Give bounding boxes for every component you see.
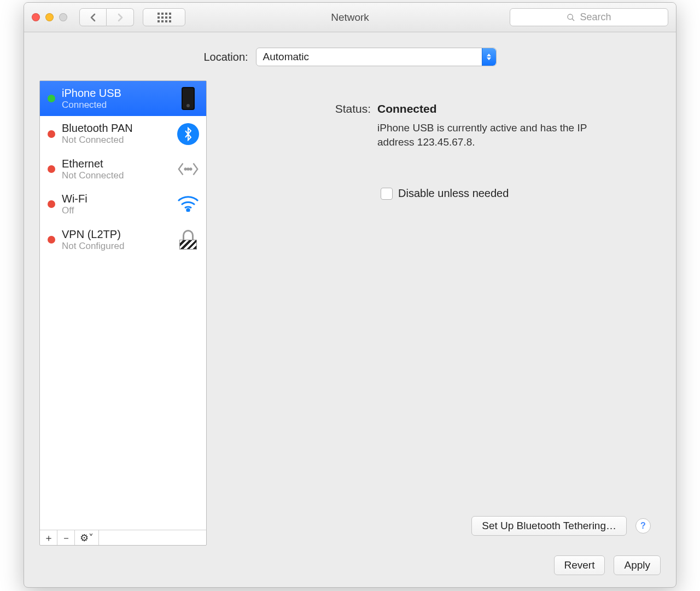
- gear-icon: ⚙︎˅: [80, 532, 94, 544]
- grid-icon: [158, 13, 171, 22]
- chevron-right-icon: [117, 13, 124, 22]
- svg-line-1: [572, 19, 574, 21]
- service-name: Wi-Fi: [62, 192, 170, 205]
- revert-button[interactable]: Revert: [554, 555, 605, 575]
- select-stepper-icon: [482, 48, 496, 66]
- nav-buttons: [79, 8, 134, 26]
- status-dot: [48, 236, 55, 244]
- add-service-button[interactable]: ＋: [40, 530, 57, 545]
- show-all-button[interactable]: [143, 8, 185, 26]
- status-dot: [48, 95, 55, 102]
- status-dot: [48, 165, 55, 173]
- help-button[interactable]: ?: [635, 518, 651, 534]
- prefs-body: Location: Automatic iPhone USBConnectedB…: [24, 32, 676, 587]
- service-name: Ethernet: [62, 157, 170, 170]
- columns: iPhone USBConnectedBluetooth PANNot Conn…: [24, 80, 676, 546]
- search-placeholder: Search: [580, 11, 611, 23]
- search-icon: [567, 13, 575, 22]
- service-item-iphone-usb[interactable]: iPhone USBConnected: [40, 81, 206, 116]
- footer: Revert Apply: [24, 546, 676, 575]
- svg-point-5: [187, 209, 189, 211]
- service-item-ethernet[interactable]: EthernetNot Connected: [40, 152, 206, 187]
- status-label: Status:: [228, 102, 371, 115]
- svg-point-4: [190, 168, 191, 170]
- service-status: Not Configured: [62, 241, 170, 252]
- disable-unless-needed-checkbox[interactable]: [381, 188, 393, 200]
- status-dot: [48, 200, 55, 208]
- location-row: Location: Automatic: [24, 48, 676, 66]
- zoom-window-button[interactable]: [59, 13, 67, 21]
- advanced-row: Set Up Bluetooth Tethering… ?: [471, 516, 651, 540]
- bluetooth-icon: [177, 123, 199, 145]
- titlebar: Network Search: [24, 3, 676, 32]
- back-button[interactable]: [79, 8, 107, 26]
- svg-point-0: [568, 14, 573, 19]
- location-select[interactable]: Automatic: [256, 48, 497, 66]
- search-field[interactable]: Search: [510, 8, 668, 26]
- iphone-icon: [182, 87, 195, 110]
- service-status: Not Connected: [62, 170, 170, 181]
- location-value: Automatic: [263, 51, 309, 63]
- network-prefs-window: Network Search Location: Automatic iPhon…: [24, 2, 676, 588]
- remove-service-button[interactable]: －: [57, 530, 75, 545]
- service-status: Off: [62, 205, 170, 216]
- service-item-bluetooth-pan[interactable]: Bluetooth PANNot Connected: [40, 116, 206, 151]
- disable-unless-needed-row: Disable unless needed: [381, 187, 651, 200]
- detail-pane: Status: Connected iPhone USB is currentl…: [218, 80, 661, 546]
- service-name: Bluetooth PAN: [62, 121, 170, 135]
- service-item-wi-fi[interactable]: Wi-FiOff: [40, 187, 206, 222]
- service-item-vpn-l2tp-[interactable]: VPN (L2TP)Not Configured: [40, 222, 206, 257]
- service-status: Connected: [62, 100, 170, 111]
- service-actions-button[interactable]: ⚙︎˅: [75, 530, 99, 545]
- setup-bluetooth-tethering-button[interactable]: Set Up Bluetooth Tethering…: [471, 516, 627, 536]
- svg-point-3: [187, 168, 189, 170]
- status-dot: [48, 130, 55, 138]
- apply-button[interactable]: Apply: [614, 555, 661, 575]
- forward-button[interactable]: [107, 8, 134, 26]
- status-row: Status: Connected: [228, 102, 651, 115]
- service-name: iPhone USB: [62, 86, 170, 100]
- service-status: Not Connected: [62, 135, 170, 146]
- minimize-window-button[interactable]: [45, 13, 54, 21]
- chevron-left-icon: [90, 13, 96, 22]
- window-controls: [32, 13, 67, 21]
- service-name: VPN (L2TP): [62, 228, 170, 241]
- service-sidebar: iPhone USBConnectedBluetooth PANNot Conn…: [39, 80, 207, 546]
- status-value: Connected: [377, 102, 437, 115]
- ethernet-icon: [177, 161, 200, 177]
- wifi-icon: [176, 194, 200, 214]
- service-list: iPhone USBConnectedBluetooth PANNot Conn…: [40, 81, 206, 530]
- lock-icon: [178, 230, 198, 250]
- location-label: Location:: [203, 51, 248, 63]
- status-description: iPhone USB is currently active and has t…: [377, 121, 612, 149]
- disable-unless-needed-label: Disable unless needed: [398, 187, 509, 200]
- sidebar-footer: ＋ － ⚙︎˅: [40, 530, 206, 545]
- svg-point-2: [185, 168, 186, 170]
- close-window-button[interactable]: [32, 13, 40, 21]
